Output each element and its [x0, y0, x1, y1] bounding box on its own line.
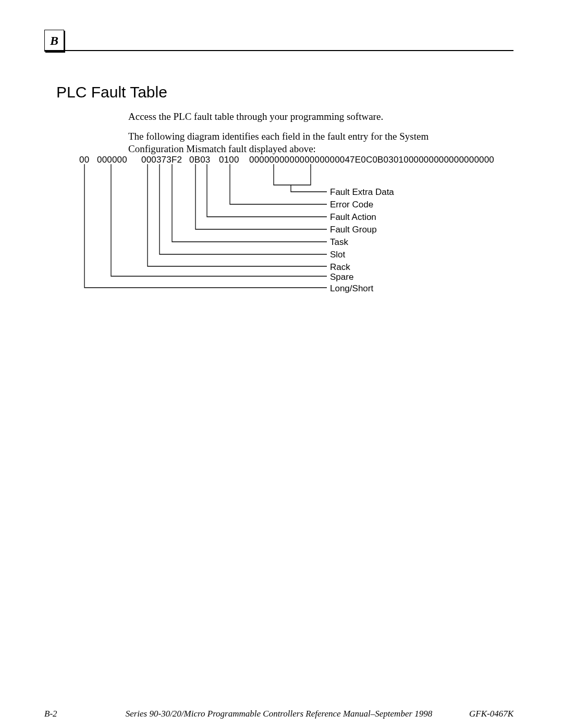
field-bracket-diagram	[0, 0, 563, 728]
intro-paragraph-1: Access the PLC fault table through your …	[128, 111, 383, 122]
hex-spare: 000000	[97, 155, 127, 165]
label-rack: Rack	[330, 262, 350, 273]
appendix-letter: B	[50, 34, 58, 47]
page-title: PLC Fault Table	[56, 83, 167, 101]
footer-manual-title: Series 90-30/20/Micro Programmable Contr…	[44, 709, 513, 719]
intro-paragraph-2: The following diagram identifies each fi…	[128, 130, 451, 155]
appendix-letter-box: B	[44, 30, 64, 52]
header-rule	[44, 50, 513, 51]
label-task: Task	[330, 237, 348, 248]
label-fault-group: Fault Group	[330, 225, 377, 235]
label-fault-action: Fault Action	[330, 212, 376, 223]
footer-doc-number: GFK-0467K	[469, 709, 513, 719]
hex-error-code: 0100	[219, 155, 239, 165]
hex-long-short: 00	[79, 155, 89, 165]
hex-group-action: 0B03	[189, 155, 211, 165]
hex-extra-data: 000000000000000000047E0C0B03010000000000…	[249, 155, 494, 165]
label-long-short: Long/Short	[330, 283, 373, 294]
label-spare: Spare	[330, 272, 353, 282]
label-slot: Slot	[330, 250, 345, 260]
label-fault-extra-data: Fault Extra Data	[330, 187, 394, 198]
hex-rack-slot-task: 000373F2	[141, 155, 182, 165]
label-error-code: Error Code	[330, 200, 373, 210]
